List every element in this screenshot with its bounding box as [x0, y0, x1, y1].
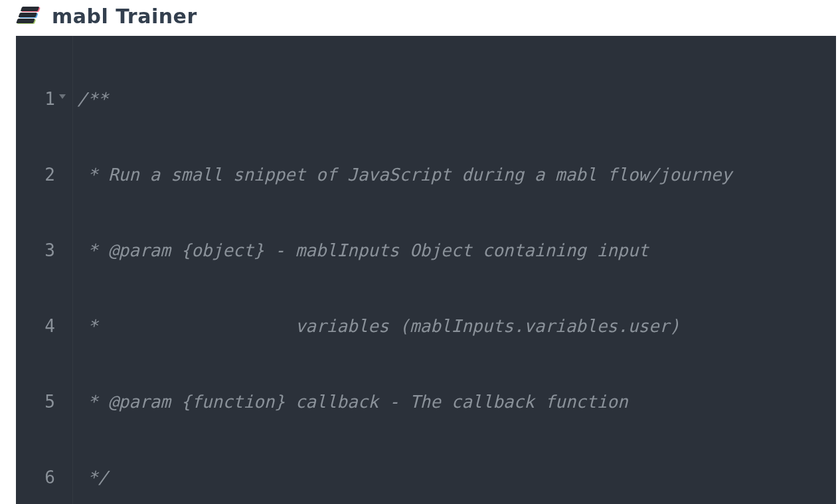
- line-number: 5: [44, 392, 55, 412]
- svg-rect-4: [18, 13, 37, 17]
- editor-content[interactable]: /** * Run a small snippet of JavaScript …: [73, 36, 836, 504]
- mabl-logo-icon: [16, 5, 42, 27]
- app-title: mabl Trainer: [52, 5, 197, 28]
- code-token: * @param {function} callback - The callb…: [77, 392, 628, 412]
- svg-rect-5: [16, 19, 35, 23]
- code-editor[interactable]: 1 2 3 4 5 6 7 8 9 10 11 12 13 14 15 16 1…: [16, 36, 836, 504]
- line-number: 2: [44, 165, 55, 185]
- code-token: /**: [77, 89, 108, 109]
- fold-arrow-icon[interactable]: [59, 94, 66, 99]
- code-token: * variables (mablInputs.variables.user): [77, 316, 680, 336]
- titlebar: mabl Trainer: [0, 0, 840, 36]
- line-number: 4: [44, 316, 55, 336]
- line-number: 3: [44, 240, 55, 260]
- editor-gutter: 1 2 3 4 5 6 7 8 9 10 11 12 13 14 15 16 1…: [16, 36, 73, 504]
- code-token: */: [77, 467, 108, 487]
- code-token: * Run a small snippet of JavaScript duri…: [77, 165, 732, 185]
- line-number: 1: [44, 89, 55, 109]
- line-number: 6: [44, 467, 55, 487]
- svg-rect-3: [21, 7, 40, 11]
- code-token: * @param {object} - mablInputs Object co…: [77, 240, 649, 260]
